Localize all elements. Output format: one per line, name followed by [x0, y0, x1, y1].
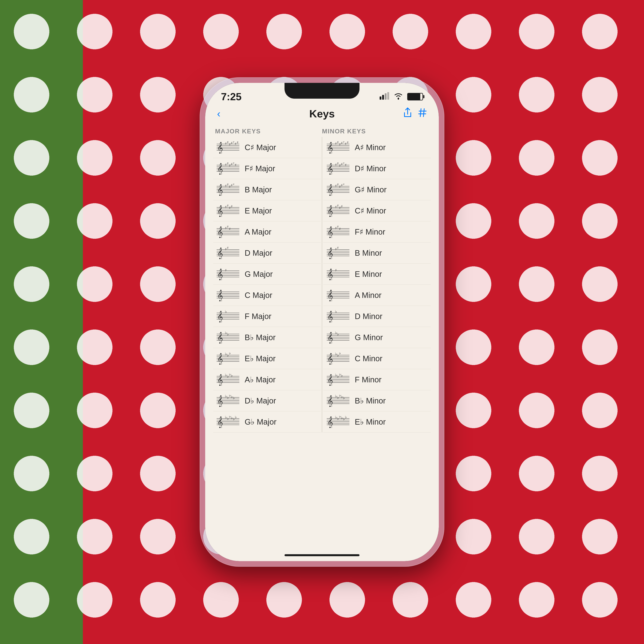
major-key-row[interactable]: 𝄞♯♯♯♯♯♯F♯ Major [213, 158, 321, 179]
svg-text:♭: ♭ [225, 373, 227, 377]
notch [285, 83, 359, 99]
svg-text:♯: ♯ [225, 226, 227, 230]
svg-text:𝄞: 𝄞 [327, 205, 333, 217]
key-name: F♯ Major [245, 164, 275, 173]
svg-text:♯: ♯ [231, 141, 233, 145]
major-key-row[interactable]: 𝄞♯♯♯A Major [213, 221, 321, 242]
minor-key-row[interactable]: 𝄞♯♯♯♯♯G♯ Minor [323, 179, 431, 200]
svg-text:♯: ♯ [339, 142, 341, 146]
share-button[interactable] [403, 108, 412, 120]
battery-icon [407, 93, 423, 100]
content-area[interactable]: MAJOR KEYS MINOR KEYS 𝄞♯♯♯♯♯♯♯C♯ Major𝄞♯… [205, 124, 439, 549]
major-key-row[interactable]: 𝄞♯♯♯♯E Major [213, 200, 321, 221]
major-key-row[interactable]: 𝄞♭♭♭♭A♭ Major [213, 369, 321, 390]
svg-text:𝄞: 𝄞 [327, 332, 333, 344]
svg-rect-1 [382, 95, 384, 100]
major-key-row[interactable]: 𝄞♯♯♯♯♯♯♯C♯ Major [213, 137, 321, 158]
svg-text:𝄞: 𝄞 [217, 205, 223, 217]
major-keys-header: MAJOR KEYS [215, 128, 322, 135]
svg-text:♭: ♭ [233, 396, 235, 400]
major-key-row[interactable]: 𝄞♭♭♭♭♭♭G♭ Major [213, 411, 321, 432]
key-clef: 𝄞♯♯♯♯ [215, 204, 241, 218]
svg-line-6 [423, 109, 424, 117]
back-button[interactable]: ‹ [217, 108, 220, 120]
minor-key-row[interactable]: 𝄞♭♭♭♭♭♭E♭ Minor [323, 411, 431, 432]
svg-text:♯: ♯ [227, 162, 229, 165]
minor-key-row[interactable]: 𝄞♭D Minor [323, 306, 431, 327]
minor-key-row[interactable]: 𝄞A Minor [323, 285, 431, 306]
key-clef: 𝄞♯♯♯♯♯♯ [325, 162, 351, 175]
minor-key-row[interactable]: 𝄞♯♯♯F♯ Minor [323, 221, 431, 242]
svg-text:♭: ♭ [335, 373, 337, 377]
key-name: D♯ Minor [355, 164, 386, 173]
major-key-row[interactable]: 𝄞♯G Major [213, 264, 321, 285]
svg-text:♭: ♭ [229, 352, 231, 355]
svg-text:♯: ♯ [337, 247, 339, 250]
minor-key-row[interactable]: 𝄞♯♯♯♯C♯ Minor [323, 200, 431, 221]
svg-text:♭: ♭ [225, 395, 227, 398]
svg-text:♭: ♭ [231, 395, 233, 399]
svg-text:♯: ♯ [339, 227, 341, 231]
svg-text:♭: ♭ [225, 416, 227, 419]
key-clef: 𝄞♭♭♭♭♭♭ [325, 415, 351, 429]
minor-key-row[interactable]: 𝄞♭♭♭♭F Minor [323, 369, 431, 390]
key-clef: 𝄞♭♭ [215, 330, 241, 344]
svg-text:𝄞: 𝄞 [217, 184, 223, 196]
key-name: E Major [245, 206, 272, 215]
key-name: B♭ Minor [355, 396, 386, 405]
key-clef: 𝄞♭ [325, 309, 351, 323]
major-key-row[interactable]: 𝄞♯♯♯♯♯B Major [213, 179, 321, 200]
key-name: G♯ Minor [355, 185, 387, 194]
svg-text:♭: ♭ [227, 395, 229, 400]
minor-key-row[interactable]: 𝄞♭♭♭C Minor [323, 348, 431, 369]
svg-text:𝄞: 𝄞 [217, 332, 223, 344]
major-key-row[interactable]: 𝄞♭♭B♭ Major [213, 327, 321, 348]
key-name: C Minor [355, 354, 382, 363]
key-clef: 𝄞♯♯♯ [325, 225, 351, 239]
key-name: D Minor [355, 312, 382, 321]
svg-text:♯: ♯ [225, 247, 227, 251]
minor-key-row[interactable]: 𝄞♯♯♯♯♯♯D♯ Minor [323, 158, 431, 179]
svg-text:♭: ♭ [337, 416, 339, 421]
svg-text:𝄞: 𝄞 [327, 290, 333, 301]
minor-key-row[interactable]: 𝄞♯♯♯♯♯♯♯A♯ Minor [323, 137, 431, 158]
major-key-row[interactable]: 𝄞♭F Major [213, 306, 321, 327]
svg-text:𝄞: 𝄞 [327, 163, 333, 175]
svg-text:♭: ♭ [229, 373, 231, 376]
section-headers: MAJOR KEYS MINOR KEYS [213, 124, 431, 137]
major-key-row[interactable]: 𝄞C Major [213, 285, 321, 306]
svg-text:♭: ♭ [227, 416, 229, 421]
svg-text:𝄞: 𝄞 [327, 226, 333, 238]
home-bar [285, 554, 359, 556]
svg-text:♭: ♭ [229, 416, 231, 418]
svg-text:♯: ♯ [227, 205, 229, 208]
svg-text:♯: ♯ [347, 141, 349, 144]
key-name: F Minor [355, 375, 382, 384]
svg-text:𝄞: 𝄞 [327, 184, 333, 196]
hashtag-button[interactable] [418, 108, 427, 120]
svg-text:𝄞: 𝄞 [217, 142, 223, 154]
minor-key-row[interactable]: 𝄞♭♭G Minor [323, 327, 431, 348]
key-name: G♭ Major [245, 417, 276, 426]
svg-text:♯: ♯ [339, 164, 341, 168]
minor-key-row[interactable]: 𝄞♯♯B Minor [323, 242, 431, 264]
svg-text:♯: ♯ [335, 142, 337, 146]
svg-text:♭: ♭ [339, 373, 341, 376]
svg-text:♭: ♭ [231, 416, 233, 420]
minor-key-row[interactable]: 𝄞♯E Minor [323, 264, 431, 285]
svg-text:𝄞: 𝄞 [327, 311, 333, 322]
svg-text:♭: ♭ [225, 310, 227, 314]
svg-rect-3 [387, 92, 389, 100]
major-key-row[interactable]: 𝄞♭♭♭E♭ Major [213, 348, 321, 369]
svg-point-4 [398, 98, 399, 99]
major-key-row[interactable]: 𝄞♯♯D Major [213, 242, 321, 264]
key-name: E Minor [355, 270, 382, 279]
svg-text:♯: ♯ [229, 185, 231, 189]
major-key-row[interactable]: 𝄞♭♭♭♭♭D♭ Major [213, 390, 321, 411]
svg-text:♯: ♯ [337, 205, 339, 208]
minor-key-row[interactable]: 𝄞♭♭♭♭♭B♭ Minor [323, 390, 431, 411]
svg-text:♯: ♯ [227, 141, 229, 144]
svg-line-5 [420, 109, 421, 117]
key-clef: 𝄞♭♭♭ [215, 352, 241, 365]
svg-text:♯: ♯ [229, 206, 231, 210]
